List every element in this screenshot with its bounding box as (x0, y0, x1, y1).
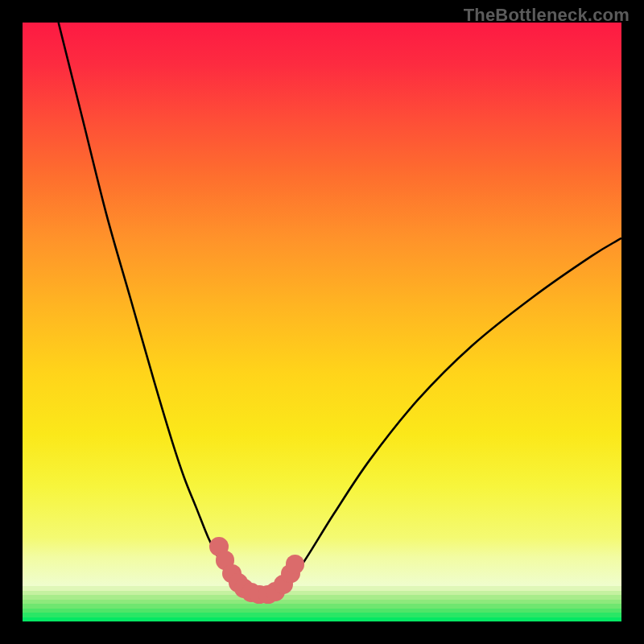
right-branch-curve (274, 238, 621, 595)
curve-layer (23, 23, 621, 621)
chart-container: TheBottleneck.com (0, 0, 644, 644)
plot-area (23, 23, 621, 621)
left-branch-curve (59, 23, 250, 595)
